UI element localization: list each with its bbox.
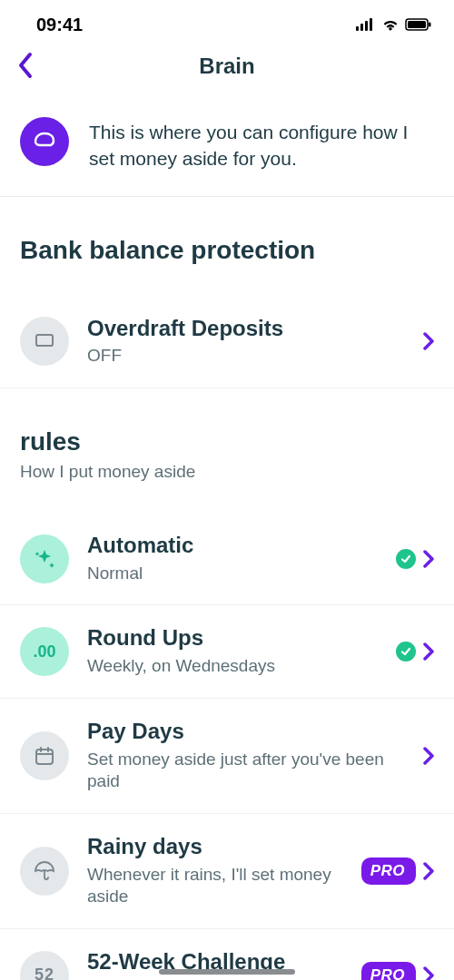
chevron-right-icon (423, 550, 434, 568)
chevron-right-icon (423, 862, 434, 880)
check-icon (396, 642, 416, 662)
brain-icon (30, 125, 59, 158)
row-body: Pay Days Set money aside just after you'… (87, 719, 405, 793)
row-sub: Weekly, on Wednesdays (87, 655, 378, 678)
overdraft-icon (20, 317, 69, 366)
section-rules-title: rules (20, 428, 434, 456)
wifi-icon (381, 15, 400, 35)
row-trail (396, 549, 434, 569)
row-round-ups[interactable]: .00 Round Ups Weekly, on Wednesdays (0, 605, 454, 698)
fiftytwo-icon: 52 (20, 951, 69, 980)
svg-rect-6 (429, 23, 431, 27)
section-rules-header: rules How I put money aside (0, 388, 454, 491)
page-title: Brain (199, 54, 254, 79)
row-title: Round Ups (87, 625, 378, 652)
section-rules-sub: How I put money aside (20, 462, 434, 482)
battery-icon (405, 15, 432, 35)
row-sub: OFF (87, 345, 405, 368)
row-body: Automatic Normal (87, 533, 378, 584)
row-sub: Whenever it rains, I'll set money aside (87, 864, 343, 908)
home-indicator (159, 969, 295, 975)
svg-rect-7 (36, 335, 53, 346)
row-pay-days[interactable]: Pay Days Set money aside just after you'… (0, 699, 454, 814)
row-sub: Normal (87, 563, 378, 585)
row-title: Rainy days (87, 834, 343, 860)
row-trail (423, 332, 434, 350)
row-body: Rainy days Whenever it rains, I'll set m… (87, 834, 343, 908)
row-trail: PRO (361, 858, 434, 885)
intro-text: This is where you can configure how I se… (89, 117, 434, 172)
intro-block: This is where you can configure how I se… (0, 90, 454, 197)
decimals-icon: .00 (20, 627, 69, 676)
row-title: Pay Days (87, 719, 405, 745)
status-time: 09:41 (36, 15, 83, 35)
row-body: Overdraft Deposits OFF (87, 316, 405, 368)
status-bar: 09:41 (0, 0, 454, 43)
svg-rect-3 (370, 18, 372, 31)
sparkle-icon (20, 534, 69, 583)
pro-badge: PRO (361, 858, 416, 885)
status-indicators (356, 15, 432, 35)
section-balance-title: Bank balance protection (20, 237, 434, 265)
chevron-right-icon (423, 747, 434, 765)
umbrella-icon (20, 847, 69, 896)
svg-rect-8 (36, 750, 53, 764)
row-overdraft-deposits[interactable]: Overdraft Deposits OFF (0, 296, 454, 388)
cellular-icon (356, 15, 376, 35)
row-body: Round Ups Weekly, on Wednesdays (87, 625, 378, 677)
chevron-right-icon (423, 642, 434, 661)
row-automatic[interactable]: Automatic Normal (0, 513, 454, 605)
back-button[interactable] (5, 46, 45, 86)
pro-badge: PRO (361, 962, 416, 980)
row-rainy-days[interactable]: Rainy days Whenever it rains, I'll set m… (0, 814, 454, 929)
chevron-right-icon (423, 332, 434, 350)
row-trail (396, 642, 434, 662)
svg-rect-2 (365, 21, 368, 31)
svg-rect-5 (408, 21, 426, 28)
svg-rect-0 (356, 26, 359, 31)
row-trail: PRO (361, 962, 434, 980)
row-title: Automatic (87, 533, 378, 559)
section-balance-header: Bank balance protection (0, 197, 454, 274)
calendar-icon (20, 731, 69, 780)
svg-rect-1 (360, 24, 363, 31)
row-title: Overdraft Deposits (87, 316, 405, 342)
check-icon (396, 549, 416, 569)
chevron-left-icon (17, 52, 34, 82)
chevron-right-icon (423, 966, 434, 980)
row-trail (423, 747, 434, 765)
nav-header: Brain (0, 43, 454, 90)
row-sub: Set money aside just after you've been p… (87, 749, 405, 793)
row-body: 52-Week Challenge Set aside £1,378 in a … (87, 949, 343, 980)
brain-avatar (20, 117, 69, 166)
